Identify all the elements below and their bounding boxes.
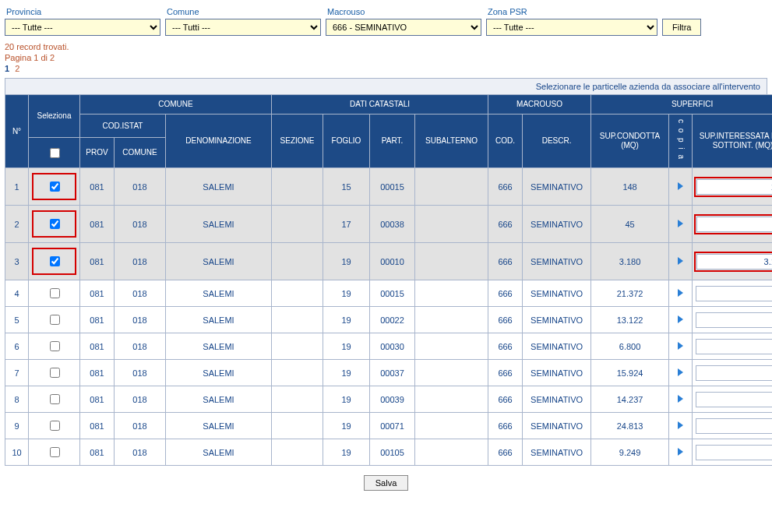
cell-sezione <box>272 386 323 413</box>
macrouso-select[interactable]: 666 - SEMINATIVO <box>326 19 481 36</box>
row-select-checkbox[interactable] <box>50 315 60 325</box>
row-select-checkbox[interactable] <box>50 256 60 266</box>
th-macrouso-group: MACROUSO <box>488 95 591 115</box>
cell-part: 00039 <box>370 386 415 413</box>
cell-foglio: 19 <box>323 243 370 280</box>
salva-button[interactable]: Salva <box>364 475 409 491</box>
cell-prov: 081 <box>80 439 115 466</box>
copy-icon[interactable] <box>678 448 683 456</box>
zona-psr-select[interactable]: --- Tutte --- <box>486 19 657 36</box>
cell-descr: SEMINATIVO <box>523 413 591 439</box>
th-foglio: FOGLIO <box>323 115 370 168</box>
cell-foglio: 19 <box>323 307 370 333</box>
cell-n: 3 <box>5 243 29 280</box>
cell-copia <box>669 413 693 439</box>
cell-sup-interessata <box>693 360 772 386</box>
comune-select[interactable]: --- Tutti --- <box>165 19 321 36</box>
cell-prov: 081 <box>80 206 115 243</box>
cell-n: 8 <box>5 386 29 413</box>
sup-interessata-input[interactable] <box>696 286 772 301</box>
th-seleziona: Seleziona <box>29 95 80 138</box>
copy-icon[interactable] <box>678 395 683 403</box>
cell-cod: 666 <box>488 280 523 307</box>
particelle-table: N° Seleziona COMUNE DATI CATASTALI MACRO… <box>5 94 772 466</box>
sup-interessata-input[interactable] <box>696 339 772 354</box>
sup-interessata-input[interactable] <box>696 392 772 407</box>
row-select-checkbox[interactable] <box>50 341 60 351</box>
copy-icon[interactable] <box>678 289 683 297</box>
sup-interessata-input[interactable] <box>696 254 772 270</box>
cell-prov: 081 <box>80 243 115 280</box>
cell-sup-interessata <box>693 439 772 466</box>
cell-sup-interessata <box>693 280 772 307</box>
cell-sezione <box>272 243 323 280</box>
cell-sup-condotta: 45 <box>591 206 669 243</box>
sup-interessata-input[interactable] <box>696 445 772 460</box>
cell-sup-interessata <box>693 206 772 243</box>
cell-part: 00071 <box>370 413 415 439</box>
sup-interessata-input[interactable] <box>696 312 772 328</box>
cell-cod: 666 <box>488 243 523 280</box>
th-comune-group: COMUNE <box>80 95 272 115</box>
table-row: 10081018SALEMI1900105666SEMINATIVO9.249 <box>5 439 773 466</box>
th-select-all[interactable] <box>29 138 80 168</box>
cell-sup-condotta: 148 <box>591 168 669 206</box>
cell-subalterno <box>415 280 488 307</box>
cell-sup-interessata <box>693 243 772 280</box>
cell-denominazione: SALEMI <box>166 360 272 386</box>
cell-seleziona <box>29 206 80 243</box>
cell-seleziona <box>29 386 80 413</box>
cell-n: 9 <box>5 413 29 439</box>
filtra-button[interactable]: Filtra <box>662 19 701 36</box>
cell-subalterno <box>415 206 488 243</box>
copy-icon[interactable] <box>678 257 683 265</box>
cell-comune: 018 <box>115 333 166 360</box>
cell-sup-interessata <box>693 413 772 439</box>
row-select-checkbox[interactable] <box>50 421 60 431</box>
cell-comune: 018 <box>115 360 166 386</box>
copy-icon[interactable] <box>678 421 683 429</box>
copy-icon[interactable] <box>678 315 683 323</box>
cell-sup-condotta: 3.180 <box>591 243 669 280</box>
cell-descr: SEMINATIVO <box>523 439 591 466</box>
cell-descr: SEMINATIVO <box>523 243 591 280</box>
row-select-checkbox[interactable] <box>50 447 60 457</box>
cell-sezione <box>272 307 323 333</box>
cell-sup-interessata <box>693 333 772 360</box>
cell-descr: SEMINATIVO <box>523 280 591 307</box>
row-select-checkbox[interactable] <box>50 181 60 192</box>
cell-copia <box>669 243 693 280</box>
copy-icon[interactable] <box>678 368 683 376</box>
cell-cod: 666 <box>488 386 523 413</box>
page-2[interactable]: 2 <box>15 64 19 73</box>
cell-denominazione: SALEMI <box>166 307 272 333</box>
cell-part: 00015 <box>370 168 415 206</box>
row-select-checkbox[interactable] <box>50 394 60 404</box>
cell-prov: 081 <box>80 333 115 360</box>
row-select-checkbox[interactable] <box>50 219 60 229</box>
select-all-checkbox[interactable] <box>50 148 60 158</box>
cell-subalterno <box>415 333 488 360</box>
cell-copia <box>669 386 693 413</box>
table-row: 9081018SALEMI1900071666SEMINATIVO24.813 <box>5 413 773 439</box>
cell-descr: SEMINATIVO <box>523 206 591 243</box>
cell-part: 00022 <box>370 307 415 333</box>
row-select-checkbox[interactable] <box>50 368 60 378</box>
copy-icon[interactable] <box>678 220 683 227</box>
cell-denominazione: SALEMI <box>166 243 272 280</box>
cell-copia <box>669 280 693 307</box>
cell-prov: 081 <box>80 280 115 307</box>
cell-part: 00038 <box>370 206 415 243</box>
cell-sup-interessata <box>693 168 772 206</box>
copy-icon[interactable] <box>678 342 683 350</box>
cell-denominazione: SALEMI <box>166 386 272 413</box>
provincia-select[interactable]: --- Tutte --- <box>5 19 160 36</box>
row-select-checkbox[interactable] <box>50 288 60 298</box>
sup-interessata-input[interactable] <box>696 365 772 381</box>
sup-interessata-input[interactable] <box>696 418 772 434</box>
copy-icon[interactable] <box>678 182 683 190</box>
sup-interessata-input[interactable] <box>696 179 772 195</box>
table-row: 4081018SALEMI1900015666SEMINATIVO21.372 <box>5 280 773 307</box>
table-row: 3081018SALEMI1900010666SEMINATIVO3.180 <box>5 243 773 280</box>
sup-interessata-input[interactable] <box>696 217 772 232</box>
